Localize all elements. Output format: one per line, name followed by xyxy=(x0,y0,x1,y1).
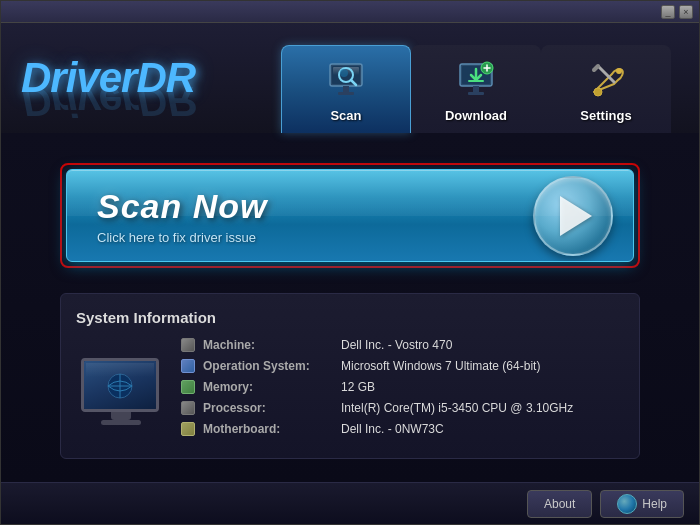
arrow-icon xyxy=(560,196,592,236)
os-icon xyxy=(181,359,195,373)
logo-reflection: DriverDR xyxy=(21,77,195,125)
mobo-icon xyxy=(181,422,195,436)
cpu-icon xyxy=(181,401,195,415)
tab-scan-label: Scan xyxy=(330,108,361,123)
memory-value: 12 GB xyxy=(341,380,375,394)
monitor-screen xyxy=(81,358,159,412)
main-content: Scan Now Click here to fix driver issue … xyxy=(1,133,699,482)
system-info-body: Machine: Dell Inc. - Vostro 470 Operatio… xyxy=(76,338,624,443)
processor-value: Intel(R) Core(TM) i5-3450 CPU @ 3.10GHz xyxy=(341,401,573,415)
minimize-button[interactable]: _ xyxy=(661,5,675,19)
svg-point-17 xyxy=(616,68,622,74)
info-row-motherboard: Motherboard: Dell Inc. - 0NW73C xyxy=(181,422,624,436)
svg-rect-15 xyxy=(473,86,479,92)
machine-icon xyxy=(181,338,195,352)
scan-tab-icon xyxy=(322,56,370,104)
logo-area: DriverDR DriverDR xyxy=(1,23,281,133)
svg-rect-7 xyxy=(338,92,354,95)
about-label: About xyxy=(544,497,575,511)
header: DriverDR DriverDR xyxy=(1,23,699,133)
close-button[interactable]: × xyxy=(679,5,693,19)
svg-rect-16 xyxy=(468,92,484,95)
svg-rect-6 xyxy=(343,86,349,92)
monitor-screen-inner xyxy=(84,361,156,409)
motherboard-value: Dell Inc. - 0NW73C xyxy=(341,422,444,436)
tab-settings-label: Settings xyxy=(580,108,631,123)
scan-btn-arrow-circle xyxy=(533,176,613,256)
tab-download-label: Download xyxy=(445,108,507,123)
motherboard-label: Motherboard: xyxy=(203,422,333,436)
svg-point-4 xyxy=(340,69,348,77)
download-tab-icon xyxy=(452,56,500,104)
memory-label: Memory: xyxy=(203,380,333,394)
tab-download[interactable]: Download xyxy=(411,45,541,133)
nav-tabs: Scan xyxy=(281,23,671,133)
scan-now-button[interactable]: Scan Now Click here to fix driver issue xyxy=(66,169,634,262)
os-label: Operation System: xyxy=(203,359,333,373)
info-row-os: Operation System: Microsoft Windows 7 Ul… xyxy=(181,359,624,373)
monitor-stand xyxy=(111,412,131,420)
scan-now-container: Scan Now Click here to fix driver issue xyxy=(60,163,640,268)
pc-icon-area xyxy=(76,338,166,443)
svg-line-19 xyxy=(594,66,598,70)
svg-point-20 xyxy=(594,88,602,96)
about-button[interactable]: About xyxy=(527,490,592,518)
settings-tab-icon xyxy=(582,56,630,104)
system-info-section: System Information xyxy=(60,293,640,459)
system-info-title: System Information xyxy=(76,309,624,326)
info-row-machine: Machine: Dell Inc. - Vostro 470 xyxy=(181,338,624,352)
pc-monitor-icon xyxy=(81,358,161,423)
scan-btn-subtitle: Click here to fix driver issue xyxy=(97,230,267,245)
machine-value: Dell Inc. - Vostro 470 xyxy=(341,338,452,352)
os-value: Microsoft Windows 7 Ultimate (64-bit) xyxy=(341,359,540,373)
tab-settings[interactable]: Settings xyxy=(541,45,671,133)
app-window: _ × DriverDR DriverDR xyxy=(0,0,700,525)
bottom-bar: About Help xyxy=(1,482,699,524)
globe-icon xyxy=(617,494,637,514)
memory-icon xyxy=(181,380,195,394)
help-button[interactable]: Help xyxy=(600,490,684,518)
info-row-memory: Memory: 12 GB xyxy=(181,380,624,394)
info-row-processor: Processor: Intel(R) Core(TM) i5-3450 CPU… xyxy=(181,401,624,415)
title-bar-buttons: _ × xyxy=(661,5,693,19)
monitor-base xyxy=(101,420,141,425)
help-label: Help xyxy=(642,497,667,511)
scan-btn-text: Scan Now Click here to fix driver issue xyxy=(97,187,267,245)
title-bar: _ × xyxy=(1,1,699,23)
system-info-table: Machine: Dell Inc. - Vostro 470 Operatio… xyxy=(181,338,624,443)
processor-label: Processor: xyxy=(203,401,333,415)
tab-scan[interactable]: Scan xyxy=(281,45,411,133)
scan-btn-title: Scan Now xyxy=(97,187,267,226)
machine-label: Machine: xyxy=(203,338,333,352)
